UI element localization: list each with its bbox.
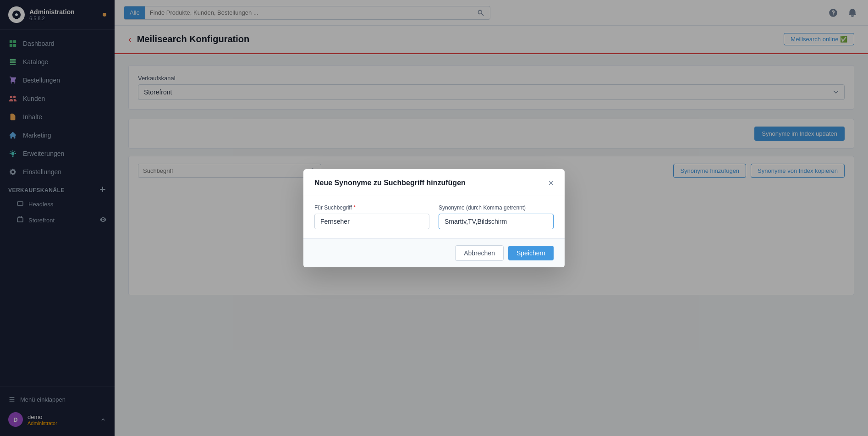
modal-title: Neue Synonyme zu Suchbegriff hinzufügen (314, 179, 466, 187)
search-term-input[interactable] (314, 214, 429, 229)
modal-footer: Abbrechen Speichern (303, 238, 565, 267)
modal-overlay: Neue Synonyme zu Suchbegriff hinzufügen … (0, 0, 868, 436)
synonyms-input[interactable] (439, 214, 554, 229)
search-term-label: Für Suchbegriff * (314, 204, 429, 211)
cancel-button[interactable]: Abbrechen (455, 245, 504, 261)
save-button[interactable]: Speichern (508, 246, 554, 260)
synonyms-group: Synonyme (durch Komma getrennt) (439, 204, 554, 229)
modal-body: Für Suchbegriff * Synonyme (durch Komma … (303, 195, 565, 238)
modal-close-button[interactable]: × (548, 178, 554, 188)
modal-header: Neue Synonyme zu Suchbegriff hinzufügen … (303, 169, 565, 195)
search-term-group: Für Suchbegriff * (314, 204, 429, 229)
synonyms-label: Synonyme (durch Komma getrennt) (439, 204, 554, 211)
add-synonym-modal: Neue Synonyme zu Suchbegriff hinzufügen … (303, 169, 565, 267)
